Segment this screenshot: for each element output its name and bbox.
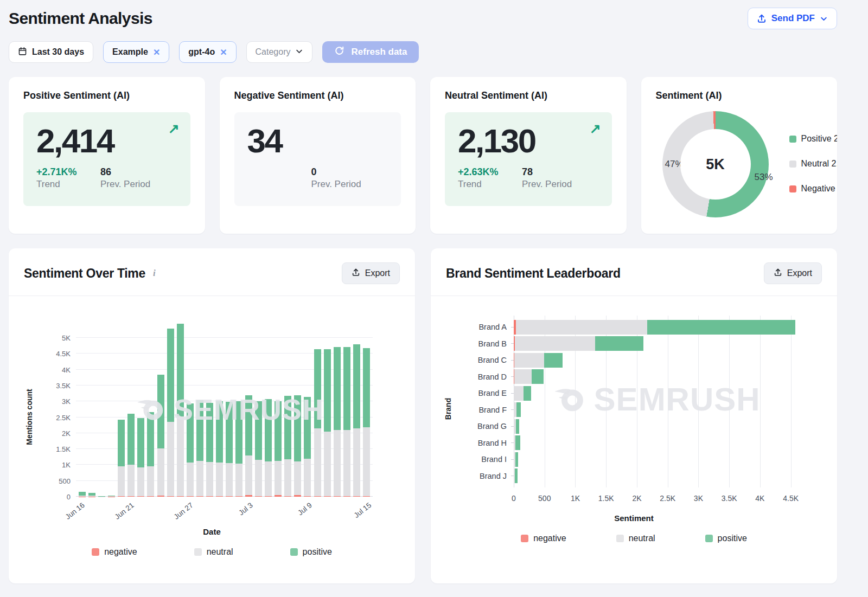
sentiment-donut-chart[interactable]: 47% 53% 5K <box>662 111 769 217</box>
legend-item-neutral[interactable]: neutral <box>616 534 655 543</box>
negative-segment <box>275 495 282 497</box>
stacked-bar-day-5[interactable] <box>127 319 135 497</box>
positive-segment <box>177 324 184 416</box>
x-tick-label: 2K <box>632 494 641 503</box>
stacked-bar-day-9[interactable] <box>167 319 174 497</box>
positive-swatch-icon <box>290 548 298 556</box>
stacked-bar-day-19[interactable] <box>265 319 272 497</box>
x-tick-label: 4.5K <box>783 494 799 503</box>
send-pdf-label: Send PDF <box>771 13 815 24</box>
stacked-bar-day-14[interactable] <box>216 319 223 497</box>
positive-segment <box>167 329 174 422</box>
stacked-bar-brand-j[interactable] <box>514 468 806 483</box>
upload-icon <box>352 268 360 279</box>
kpi-prev-period: 0 Prev. Period <box>311 166 388 190</box>
category-dropdown[interactable]: Category <box>246 41 313 63</box>
neutral-swatch-icon <box>789 161 796 168</box>
neutral-segment <box>255 460 262 496</box>
stacked-bar-day-25[interactable] <box>324 319 331 497</box>
date-range-picker[interactable]: Last 30 days <box>9 41 93 63</box>
stacked-bar-day-27[interactable] <box>343 319 350 497</box>
stacked-bar-brand-i[interactable] <box>514 452 806 467</box>
neutral-segment <box>196 461 203 496</box>
legend-item-negative[interactable]: negative <box>92 547 137 557</box>
stacked-bar-day-1[interactable] <box>88 319 95 497</box>
stacked-bar-day-20[interactable] <box>275 319 282 497</box>
leaderboard-row-brand-e: Brand E <box>514 385 806 402</box>
kpi-title: Negative Sentiment (AI) <box>234 90 401 101</box>
positive-swatch-icon <box>789 136 796 143</box>
refresh-data-button[interactable]: Refresh data <box>322 41 419 63</box>
stacked-bar-day-11[interactable] <box>187 319 194 497</box>
filter-chip-example[interactable]: Example ✕ <box>103 41 169 63</box>
leaderboard-row-brand-c: Brand C <box>514 352 806 369</box>
x-axis-ticks: 05001K1.5K2K2.5K3K3.5K4K4.5K <box>514 487 806 506</box>
kpi-panel: 34 0 Prev. Period <box>234 112 401 206</box>
page-header: Sentiment Analysis Send PDF <box>9 0 837 29</box>
stacked-bar-day-13[interactable] <box>206 319 213 497</box>
stacked-bar-day-4[interactable] <box>118 319 125 497</box>
stacked-bar-day-23[interactable] <box>304 319 311 497</box>
stacked-bar-day-18[interactable] <box>255 319 262 497</box>
leaderboard-rows: Brand ABrand BBrand CBrand DBrand EBrand… <box>514 316 806 487</box>
close-icon[interactable]: ✕ <box>220 47 227 57</box>
info-icon[interactable]: i <box>153 268 156 279</box>
donut-legend-item-positive[interactable]: Positive 2.4K <box>789 134 838 144</box>
donut-legend-label: Neutral 2.1K <box>801 159 838 169</box>
positive-segment <box>187 403 194 462</box>
stacked-bar-day-22[interactable] <box>294 319 301 497</box>
send-pdf-button[interactable]: Send PDF <box>748 8 837 29</box>
neutral-segment <box>516 320 647 335</box>
kpi-title: Neutral Sentiment (AI) <box>445 90 612 101</box>
donut-legend-item-neutral[interactable]: Neutral 2.1K <box>789 159 838 169</box>
legend-item-positive[interactable]: positive <box>705 534 747 543</box>
stacked-bar-day-15[interactable] <box>226 319 233 497</box>
stacked-bar-day-29[interactable] <box>363 319 370 497</box>
stacked-bar-day-12[interactable] <box>196 319 203 497</box>
kpi-title: Positive Sentiment (AI) <box>23 90 190 101</box>
export-button[interactable]: Export <box>764 262 822 284</box>
positive-segment <box>206 403 213 461</box>
bars-container <box>76 319 373 497</box>
brand-label: Brand J <box>480 472 507 480</box>
donut-legend-label: Positive 2.4K <box>801 134 838 144</box>
stacked-bar-brand-c[interactable] <box>514 353 806 368</box>
stacked-bar-day-21[interactable] <box>284 319 291 497</box>
stacked-bar-brand-h[interactable] <box>514 435 806 450</box>
legend-item-positive[interactable]: positive <box>290 547 332 557</box>
donut-legend-item-negative[interactable]: Negative 34 <box>789 184 838 194</box>
brand-label: Brand B <box>478 339 507 348</box>
filter-chip-gpt4o[interactable]: gpt-4o ✕ <box>179 41 236 63</box>
kpi-card-sentiment-donut: Sentiment (AI) 47% 53% 5K Positive 2.4KN… <box>641 77 838 234</box>
export-button[interactable]: Export <box>342 262 400 284</box>
legend-item-negative[interactable]: negative <box>521 534 566 543</box>
neutral-segment <box>226 463 233 496</box>
stacked-bar-day-10[interactable] <box>177 319 184 497</box>
stacked-bar-brand-f[interactable] <box>514 402 806 417</box>
negative-segment <box>167 496 174 497</box>
y-tick-label: 2.5K <box>56 413 71 421</box>
stacked-bar-brand-g[interactable] <box>514 419 806 434</box>
stacked-bar-day-0[interactable] <box>79 319 86 497</box>
stacked-bar-day-7[interactable] <box>147 319 154 497</box>
stacked-bar-day-26[interactable] <box>334 319 341 497</box>
stacked-bar-day-3[interactable] <box>108 319 115 497</box>
stacked-bar-day-2[interactable] <box>98 319 105 497</box>
legend-item-neutral[interactable]: neutral <box>194 547 233 557</box>
stacked-bar-day-8[interactable] <box>157 319 164 497</box>
filter-chip-label: gpt-4o <box>188 47 215 57</box>
negative-segment <box>216 496 223 497</box>
stacked-bar-brand-b[interactable] <box>514 336 806 351</box>
stacked-bar-brand-e[interactable] <box>514 386 806 401</box>
stacked-bar-brand-d[interactable] <box>514 369 806 384</box>
page-title: Sentiment Analysis <box>9 9 152 28</box>
stacked-bar-brand-a[interactable] <box>514 320 806 335</box>
stacked-bar-day-28[interactable] <box>353 319 360 497</box>
stacked-bar-day-24[interactable] <box>314 319 321 497</box>
stacked-bar-day-6[interactable] <box>137 319 144 497</box>
neutral-segment <box>515 336 595 351</box>
kpi-prev-period: 78 Prev. Period <box>522 166 599 190</box>
close-icon[interactable]: ✕ <box>153 47 160 57</box>
stacked-bar-day-16[interactable] <box>235 319 242 497</box>
stacked-bar-day-17[interactable] <box>245 319 252 497</box>
